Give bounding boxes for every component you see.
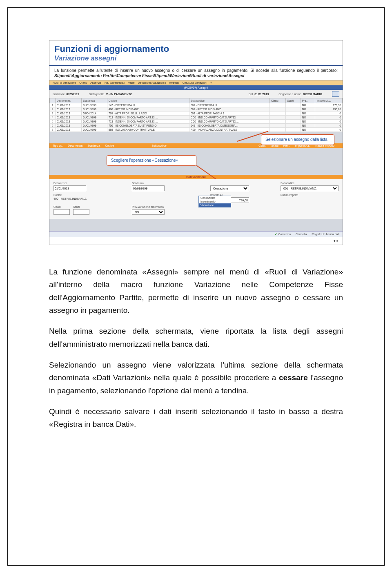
- classi-label: Classi: [53, 205, 70, 208]
- nome-value: ROSSI MARIO: [303, 93, 322, 96]
- assegni-table[interactable]: Decorrenza Scadenza Codice Sottocodice C…: [49, 98, 343, 132]
- sottocodice-select[interactable]: 001 - RETRIB.INDIV.ANZ.: [281, 185, 339, 191]
- tipo-operazione-dropdown[interactable]: Cessazione Inserimento Variazione: [198, 196, 231, 207]
- sottocodice-form-label: Sottocodice: [281, 182, 339, 185]
- menu-item[interactable]: Rit. Extraerariali: [105, 81, 125, 84]
- slide-title: Funzioni di aggiornamento: [49, 40, 343, 54]
- table-row[interactable]: 701/01/201301/01/9999888 - IND.VACANZA C…: [50, 128, 343, 132]
- menu-item[interactable]: Varie: [128, 81, 135, 84]
- prov-select[interactable]: NO: [132, 209, 165, 215]
- stato-label: Stato partita: [89, 93, 105, 96]
- screen-title-bar: (PCSV07) Assegni: [49, 85, 343, 90]
- intro-path: Stipendi\Aggiornamento Partite\Competenz…: [54, 74, 244, 78]
- scadenza-label: Scadenza: [132, 182, 205, 185]
- grey-zone-1: Selezionare un assegno dalla lista: [49, 132, 343, 143]
- dropdown-option[interactable]: Inserimento: [199, 200, 231, 203]
- dal-value: 01/01/2013: [254, 93, 269, 96]
- conf-col: Scadenza: [87, 144, 100, 147]
- table-row[interactable]: 201/01/201301/01/9999400 - RETRIB.INDIV.…: [50, 107, 343, 111]
- conf-col: Decorrenza: [68, 144, 82, 147]
- intro-text: La funzione permette all'utente di inser…: [54, 68, 338, 73]
- profile-icon[interactable]: [332, 91, 339, 97]
- cancella-button[interactable]: Cancella: [296, 233, 307, 236]
- table-row[interactable]: 601/01/201301/01/9999750 - IIS CONGLOBAT…: [50, 124, 343, 128]
- grey-spacer: [49, 219, 343, 231]
- slide-page-number: 19: [49, 237, 343, 245]
- menu-item[interactable]: Chiusura Variazioni: [183, 81, 207, 84]
- dropdown-option[interactable]: Cessazione: [199, 196, 231, 200]
- tip-choose-cessazione: Scegliere l'operazione «Cessazione»: [107, 155, 196, 166]
- dati-variazioni-header: Dati variazioni: [49, 175, 343, 179]
- col-pre[interactable]: Pre...: [301, 98, 315, 103]
- scatti-input[interactable]: [73, 209, 89, 215]
- grey-zone-2: Scegliere l'operazione «Cessazione»: [49, 148, 343, 175]
- decorrenza-label: Decorrenza: [53, 182, 127, 185]
- body-paragraph: Selezionando un assegno viene valorizzat…: [49, 359, 343, 397]
- body-paragraph: La funzione denominata «Assegni» sempre …: [49, 265, 343, 317]
- iscrizione-value: 07657119: [67, 93, 79, 96]
- conf-col: Tipo op.: [53, 144, 63, 147]
- prov-label: Prov.variazione automatica: [132, 205, 205, 208]
- page-border: Funzioni di aggiornamento Variazione ass…: [7, 7, 385, 566]
- col-sottocodice[interactable]: Sottocodice: [189, 98, 270, 103]
- iscrizione-label: Iscrizione: [53, 93, 65, 96]
- menu-item[interactable]: Assenze: [90, 81, 101, 84]
- document-body: La funzione denominata «Assegni» sempre …: [49, 265, 343, 431]
- menu-item[interactable]: ?: [210, 81, 212, 84]
- slide-subtitle: Variazione assegni: [49, 54, 343, 65]
- action-footer: Conferma Cancella Registra in banca dati: [49, 231, 343, 237]
- menu-item[interactable]: Arretrati: [169, 81, 179, 84]
- col-codice[interactable]: Codice: [107, 98, 189, 103]
- menu-item[interactable]: Ruoli di variazione: [53, 81, 76, 84]
- scatti-label: Scatti: [73, 205, 89, 208]
- menu-item[interactable]: Detrazioni/Ass.Nucleo: [138, 81, 166, 84]
- codice-value: 400 - RETRIB.INDIV.ANZ.: [53, 197, 127, 200]
- table-row[interactable]: 501/01/201301/01/9999713 - INDENN. DI CO…: [50, 120, 343, 124]
- conf-col: Sottocodice: [151, 144, 167, 147]
- conferma-button[interactable]: Conferma: [275, 233, 291, 236]
- col-scatti[interactable]: Scatti: [285, 98, 301, 103]
- col-scadenza[interactable]: Scadenza: [82, 98, 107, 103]
- classi-input[interactable]: [53, 209, 70, 215]
- tip-select-assegno: Selezionare un assegno dalla lista: [261, 134, 334, 145]
- body-paragraph: Quindi è necessario salvare i dati inser…: [49, 405, 343, 431]
- dropdown-option-selected[interactable]: Variazione: [199, 203, 231, 207]
- dati-variazioni-form: Decorrenza Scadenza Cessazione Sottocodi…: [49, 179, 343, 219]
- col-classi[interactable]: Classi: [270, 98, 285, 103]
- slide-screenshot: Funzioni di aggiornamento Variazione ass…: [49, 40, 343, 245]
- table-row[interactable]: 101/01/201301/01/9999147 - DIFFERENZA II…: [50, 103, 343, 107]
- conf-col: Codice: [105, 144, 114, 147]
- stato-value: V - IN PAGAMENTO: [106, 93, 132, 96]
- col-importo[interactable]: Importo A.L.: [315, 98, 343, 103]
- registra-button[interactable]: Registra in banca dati: [312, 233, 339, 236]
- scadenza-input[interactable]: [132, 185, 165, 191]
- dal-label: Dal: [249, 93, 253, 96]
- nome-label: Cognome e nome: [278, 93, 301, 96]
- tipo-operazione-select[interactable]: Cessazione: [210, 185, 249, 191]
- body-paragraph: Nella prima sezione della schermata, vie…: [49, 325, 343, 350]
- slide-intro: La funzione permette all'utente di inser…: [49, 68, 343, 80]
- table-row[interactable]: 401/01/201301/01/9999712 - INDENN. DI CO…: [50, 116, 343, 120]
- slide-divider: [49, 65, 343, 66]
- natura-label: Natura Importo: [281, 194, 339, 196]
- tipo-op-label: [210, 182, 276, 185]
- app-menubar[interactable]: Ruoli di variazione Orario Assenze Rit. …: [49, 80, 343, 85]
- decorrenza-input[interactable]: [53, 185, 86, 191]
- table-row[interactable]: 301/01/201330/04/2014709 - ALTA PROF. EE…: [50, 111, 343, 116]
- codice-label: Codice: [53, 194, 127, 196]
- col-decorrenza[interactable]: Decorrenza: [56, 98, 82, 103]
- record-header: Iscrizione 07657119 Stato partita V - IN…: [49, 90, 343, 98]
- menu-item[interactable]: Orario: [79, 81, 87, 84]
